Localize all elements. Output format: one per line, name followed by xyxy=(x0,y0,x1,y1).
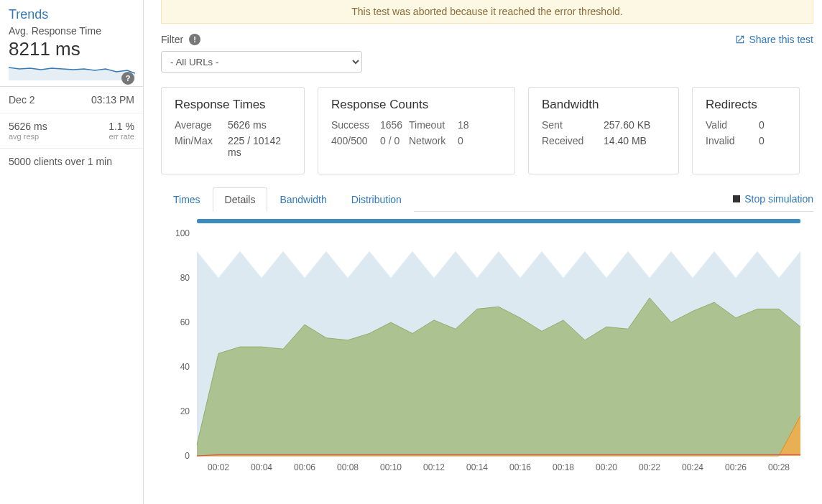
svg-text:20: 20 xyxy=(180,406,190,416)
sidebar-err-pct: 1.1 % xyxy=(108,121,134,132)
svg-rect-0 xyxy=(197,219,800,223)
svg-text:80: 80 xyxy=(180,273,190,283)
avg-response-big: 8211 ms xyxy=(9,38,134,60)
tab-times[interactable]: Times xyxy=(161,187,213,212)
bw-sent-v: 257.60 KB xyxy=(604,119,650,131)
bw-recv-v: 14.40 MB xyxy=(604,135,647,146)
share-link[interactable]: Share this test xyxy=(735,34,814,45)
svg-text:00:14: 00:14 xyxy=(466,462,488,472)
svg-text:0: 0 xyxy=(185,451,190,461)
info-icon[interactable]: ! xyxy=(189,34,200,45)
svg-text:00:20: 00:20 xyxy=(596,462,617,472)
rc-err-k: 400/500 xyxy=(331,135,380,146)
trends-subtitle: Avg. Response Time xyxy=(9,25,134,37)
trends-title[interactable]: Trends xyxy=(9,7,134,22)
rt-avg-v: 5626 ms xyxy=(228,119,267,131)
sidebar-date: Dec 2 xyxy=(9,94,35,106)
tab-distribution[interactable]: Distribution xyxy=(339,187,414,212)
svg-text:00:08: 00:08 xyxy=(337,462,359,472)
chart-tabs: Times Details Bandwidth Distribution xyxy=(161,187,813,212)
svg-text:00:22: 00:22 xyxy=(639,462,660,472)
rc-timeout-k: Timeout xyxy=(409,119,458,131)
svg-text:00:26: 00:26 xyxy=(725,462,747,472)
legend-stop-simulation[interactable]: Stop simulation xyxy=(733,193,813,205)
rd-invalid-v: 0 xyxy=(759,135,765,146)
card-rc-title: Response Counts xyxy=(331,98,502,112)
card-redirects: Redirects Valid0 Invalid0 xyxy=(692,87,800,174)
svg-text:100: 100 xyxy=(175,228,190,238)
rt-mm-k: Min/Max xyxy=(175,135,218,158)
alert-banner: This test was aborted because it reached… xyxy=(161,0,813,24)
svg-text:00:24: 00:24 xyxy=(682,462,703,472)
share-icon xyxy=(735,34,745,45)
rd-valid-v: 0 xyxy=(759,119,765,131)
svg-text:00:18: 00:18 xyxy=(553,462,574,472)
rd-invalid-k: Invalid xyxy=(706,135,749,146)
tab-bandwidth[interactable]: Bandwidth xyxy=(267,187,338,212)
sidebar-err-label: err rate xyxy=(108,132,134,141)
tab-details[interactable]: Details xyxy=(213,187,268,212)
svg-text:00:28: 00:28 xyxy=(768,462,790,472)
stop-label: Stop simulation xyxy=(744,193,813,205)
bw-sent-k: Sent xyxy=(542,119,594,131)
sidebar-time: 03:13 PM xyxy=(91,94,134,106)
help-icon[interactable]: ? xyxy=(121,72,134,85)
rc-timeout-v: 18 xyxy=(458,119,479,131)
sparkline-chart: ? xyxy=(9,63,134,80)
url-filter-select[interactable]: - All URLs - xyxy=(161,51,362,73)
svg-text:00:10: 00:10 xyxy=(380,462,402,472)
card-response-times: Response Times Average5626 ms Min/Max225… xyxy=(161,87,305,174)
svg-text:00:06: 00:06 xyxy=(294,462,315,472)
rc-network-k: Network xyxy=(409,135,458,146)
svg-text:60: 60 xyxy=(180,317,190,327)
rd-valid-k: Valid xyxy=(706,119,749,131)
svg-text:00:16: 00:16 xyxy=(509,462,531,472)
details-chart: 02040608010000:0200:0400:0600:0800:1000:… xyxy=(161,212,813,477)
filter-label: Filter xyxy=(161,34,183,45)
svg-text:00:12: 00:12 xyxy=(423,462,445,472)
svg-text:00:04: 00:04 xyxy=(251,462,272,472)
sidebar-avg-ms: 5626 ms xyxy=(9,121,47,132)
card-rt-title: Response Times xyxy=(175,98,291,112)
sidebar-clients: 5000 clients over 1 min xyxy=(0,149,143,174)
share-label: Share this test xyxy=(749,34,814,45)
sidebar-avg-label: avg resp xyxy=(9,132,47,141)
bw-recv-k: Received xyxy=(542,135,594,146)
rt-avg-k: Average xyxy=(175,119,218,131)
svg-text:40: 40 xyxy=(180,362,190,372)
square-icon xyxy=(733,195,740,202)
card-bandwidth: Bandwidth Sent257.60 KB Received14.40 MB xyxy=(528,87,679,174)
rc-success-k: Success xyxy=(331,119,380,131)
sidebar-row-stats: 5626 ms avg resp 1.1 % err rate xyxy=(0,113,143,149)
rc-err-v: 0 / 0 xyxy=(380,135,409,146)
card-bw-title: Bandwidth xyxy=(542,98,665,112)
sidebar-row-datetime[interactable]: Dec 2 03:13 PM xyxy=(0,87,143,113)
card-response-counts: Response Counts Success 1656 Timeout 18 … xyxy=(318,87,515,174)
rc-success-v: 1656 xyxy=(380,119,409,131)
sidebar: Trends Avg. Response Time 8211 ms ? Dec … xyxy=(0,0,144,504)
svg-text:00:02: 00:02 xyxy=(208,462,229,472)
rc-network-v: 0 xyxy=(458,135,479,146)
card-rd-title: Redirects xyxy=(706,98,786,112)
rt-mm-v: 225 / 10142 ms xyxy=(228,135,291,158)
